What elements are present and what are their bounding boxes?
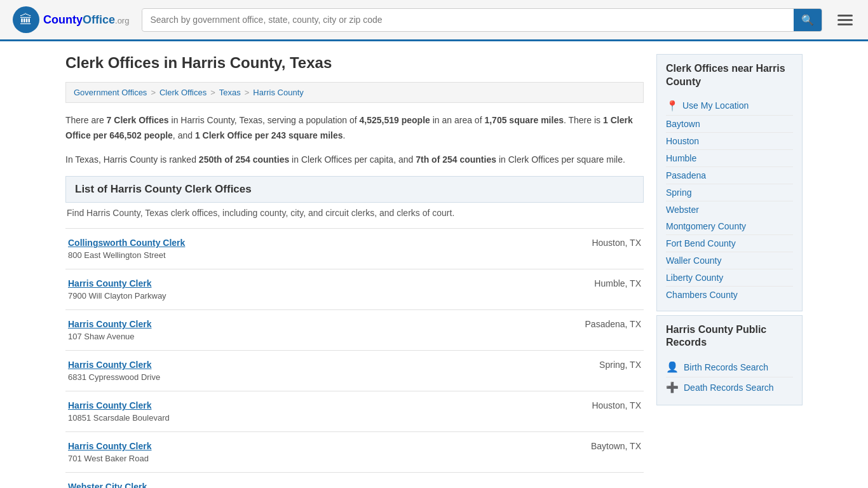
breadcrumb-item-gov[interactable]: Government Offices (74, 88, 147, 97)
sidebar-city-link[interactable]: Humble (666, 150, 793, 167)
clerk-item: Harris County Clerk 6831 Cypresswood Dri… (65, 351, 644, 391)
clerk-address: 6831 Cypresswood Drive (68, 372, 552, 382)
hamburger-menu-button[interactable] (835, 12, 855, 28)
nearby-section: Clerk Offices near Harris County 📍 Use M… (656, 54, 803, 311)
breadcrumb-sep-1: > (151, 88, 156, 97)
section-description: Find Harris County, Texas clerk offices,… (65, 208, 644, 218)
public-records-title: Harris County Public Records (666, 323, 793, 350)
main-container: Clerk Offices in Harris County, Texas Go… (53, 41, 815, 488)
clerk-address: 107 Shaw Avenue (68, 332, 552, 341)
clerk-address: 7900 Will Clayton Parkway (68, 291, 552, 301)
menu-bar-1 (837, 15, 853, 17)
clerk-location: Baytown, TX (552, 441, 641, 451)
clerk-details: Harris County Clerk 107 Shaw Avenue (68, 319, 552, 341)
clerk-details: Harris County Clerk 701 West Baker Road (68, 441, 552, 463)
clerk-item: Webster City Clerk (65, 473, 644, 488)
clerk-name[interactable]: Harris County Clerk (68, 360, 552, 370)
info-paragraph-1: There are 7 Clerk Offices in Harris Coun… (65, 113, 644, 144)
clerk-details: Harris County Clerk 7900 Will Clayton Pa… (68, 278, 552, 301)
content-area: Clerk Offices in Harris County, Texas Go… (65, 54, 644, 488)
records-icon: 👤 (666, 361, 679, 373)
clerk-address: 701 West Baker Road (68, 454, 552, 463)
clerk-item: Harris County Clerk 107 Shaw Avenue Pasa… (65, 310, 644, 351)
records-link[interactable]: Birth Records Search (684, 362, 768, 372)
sidebar: Clerk Offices near Harris County 📍 Use M… (656, 54, 803, 488)
section-header: List of Harris County Clerk Offices (65, 176, 644, 203)
search-bar: 🔍 (142, 8, 822, 32)
breadcrumb-sep-3: > (245, 88, 250, 97)
clerk-name[interactable]: Webster City Clerk (68, 482, 641, 488)
clerk-address: 800 East Wellington Street (68, 250, 552, 260)
records-link[interactable]: Death Records Search (684, 383, 774, 393)
site-header: 🏛 CountyOffice.org 🔍 (0, 0, 868, 41)
logo-text: CountyOffice.org (43, 13, 129, 27)
clerk-name[interactable]: Harris County Clerk (68, 319, 552, 329)
clerk-details: Collingsworth County Clerk 800 East Well… (68, 238, 552, 260)
breadcrumb-item-texas[interactable]: Texas (219, 88, 241, 97)
clerk-location: Houston, TX (552, 238, 641, 248)
sidebar-city-link[interactable]: Pasadena (666, 167, 793, 184)
clerk-name[interactable]: Harris County Clerk (68, 278, 552, 288)
clerk-location: Pasadena, TX (552, 319, 641, 329)
breadcrumb: Government Offices > Clerk Offices > Tex… (65, 82, 644, 103)
clerk-item: Harris County Clerk 10851 Scarsdale Boul… (65, 391, 644, 432)
sidebar-records-links: 👤 Birth Records Search ➕ Death Records S… (666, 357, 793, 397)
breadcrumb-item-clerk[interactable]: Clerk Offices (159, 88, 207, 97)
section-title: List of Harris County Clerk Offices (75, 183, 252, 195)
location-pin-icon: 📍 (666, 100, 679, 112)
clerk-list: Collingsworth County Clerk 800 East Well… (65, 228, 644, 488)
sidebar-county-link[interactable]: Fort Bend County (666, 235, 793, 252)
sidebar-county-link[interactable]: Chambers County (666, 287, 793, 303)
sidebar-city-link[interactable]: Spring (666, 184, 793, 201)
menu-bar-3 (837, 24, 853, 25)
sidebar-city-link[interactable]: Baytown (666, 116, 793, 133)
clerk-item: Collingsworth County Clerk 800 East Well… (65, 229, 644, 269)
search-button[interactable]: 🔍 (794, 9, 822, 31)
clerk-name[interactable]: Harris County Clerk (68, 441, 552, 451)
clerk-location: Humble, TX (552, 278, 641, 288)
page-title: Clerk Offices in Harris County, Texas (65, 54, 644, 72)
clerk-location: Spring, TX (552, 360, 641, 370)
records-link-item: ➕ Death Records Search (666, 377, 793, 397)
breadcrumb-item-harris[interactable]: Harris County (253, 88, 303, 97)
use-my-location-item: 📍 Use My Location (666, 97, 793, 116)
breadcrumb-sep-2: > (210, 88, 215, 97)
menu-bar-2 (837, 19, 853, 21)
nearby-title: Clerk Offices near Harris County (666, 62, 793, 89)
sidebar-county-link[interactable]: Liberty County (666, 269, 793, 287)
sidebar-cities: BaytownHoustonHumblePasadenaSpringWebste… (666, 116, 793, 218)
sidebar-city-link[interactable]: Webster (666, 201, 793, 218)
clerk-item: Harris County Clerk 701 West Baker Road … (65, 432, 644, 473)
logo-icon: 🏛 (13, 6, 39, 33)
info-paragraph-2: In Texas, Harris County is ranked 250th … (65, 152, 644, 168)
clerk-details: Harris County Clerk 6831 Cypresswood Dri… (68, 360, 552, 382)
use-my-location-link[interactable]: Use My Location (682, 100, 749, 111)
sidebar-county-link[interactable]: Montgomery County (666, 218, 793, 235)
clerk-location: Houston, TX (552, 400, 641, 410)
sidebar-county-link[interactable]: Waller County (666, 252, 793, 269)
sidebar-city-link[interactable]: Houston (666, 133, 793, 150)
clerk-details: Webster City Clerk (68, 482, 641, 488)
sidebar-counties: Montgomery CountyFort Bend CountyWaller … (666, 218, 793, 303)
site-logo[interactable]: 🏛 CountyOffice.org (13, 6, 129, 33)
records-icon: ➕ (666, 381, 679, 393)
records-link-item: 👤 Birth Records Search (666, 357, 793, 377)
public-records-section: Harris County Public Records 👤 Birth Rec… (656, 315, 803, 406)
clerk-address: 10851 Scarsdale Boulevard (68, 413, 552, 423)
search-input[interactable] (142, 10, 794, 30)
clerk-item: Harris County Clerk 7900 Will Clayton Pa… (65, 269, 644, 310)
clerk-details: Harris County Clerk 10851 Scarsdale Boul… (68, 400, 552, 423)
clerk-name[interactable]: Collingsworth County Clerk (68, 238, 552, 248)
clerk-name[interactable]: Harris County Clerk (68, 400, 552, 410)
search-icon: 🔍 (801, 15, 814, 25)
